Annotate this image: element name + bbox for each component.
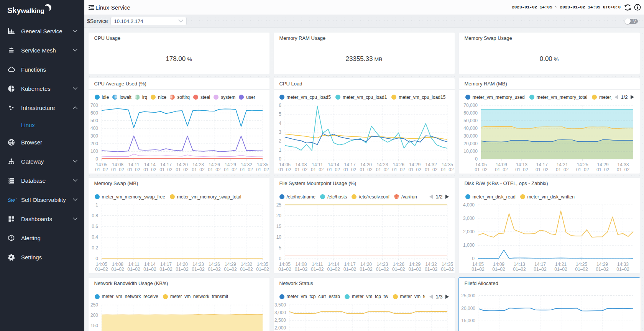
svg-text:01–02: 01–02: [176, 167, 189, 172]
svg-text:01–02: 01–02: [360, 167, 373, 172]
svg-text:14:32: 14:32: [240, 262, 252, 267]
svg-text:14:05: 14:05: [475, 162, 486, 167]
svg-text:01–02: 01–02: [278, 267, 291, 272]
svg-text:14:08: 14:08: [112, 162, 123, 167]
svg-text:14:32: 14:32: [425, 262, 437, 267]
svg-text:01–02: 01–02: [376, 267, 389, 272]
svg-text:14:13: 14:13: [516, 162, 527, 167]
svg-text:01–02: 01–02: [192, 267, 205, 272]
svg-text:01–02: 01–02: [159, 167, 172, 172]
svg-text:2: 2: [279, 138, 281, 144]
svg-text:10: 10: [276, 234, 281, 240]
svg-text:0: 0: [95, 156, 98, 162]
svg-text:01–02: 01–02: [224, 167, 237, 172]
svg-text:3,500: 3,500: [274, 302, 286, 307]
svg-text:01–02: 01–02: [408, 167, 421, 172]
svg-text:01–02: 01–02: [441, 267, 454, 272]
svg-text:14:20: 14:20: [360, 262, 371, 267]
svg-text:14:05: 14:05: [95, 262, 107, 267]
svg-text:01–02: 01–02: [343, 267, 356, 272]
svg-text:01–02: 01–02: [575, 267, 588, 272]
svg-text:20: 20: [276, 213, 281, 218]
svg-text:0.8: 0.8: [92, 213, 98, 218]
svg-text:01–02: 01–02: [159, 267, 172, 272]
svg-text:01–02: 01–02: [208, 267, 221, 272]
svg-text:01–02: 01–02: [278, 167, 291, 172]
svg-text:01–02: 01–02: [513, 267, 526, 272]
svg-text:10,000: 10,000: [463, 149, 478, 154]
svg-text:14:14: 14:14: [328, 262, 339, 267]
svg-text:3: 3: [279, 129, 281, 135]
svg-text:14:05: 14:05: [279, 162, 290, 167]
svg-text:14:32: 14:32: [240, 162, 252, 167]
svg-text:01–02: 01–02: [475, 167, 488, 172]
svg-text:01–02: 01–02: [441, 167, 454, 172]
svg-text:0: 0: [279, 256, 281, 261]
svg-text:14:17: 14:17: [534, 262, 545, 267]
svg-text:2,500: 2,500: [274, 318, 286, 323]
svg-text:500: 500: [90, 118, 98, 123]
svg-text:01–02: 01–02: [392, 267, 405, 272]
svg-text:14:11: 14:11: [312, 162, 323, 167]
svg-text:14:29: 14:29: [409, 162, 421, 167]
svg-text:0: 0: [472, 256, 475, 261]
svg-text:14:23: 14:23: [376, 262, 388, 267]
svg-text:14:13: 14:13: [513, 262, 525, 267]
svg-text:14:26: 14:26: [208, 262, 220, 267]
svg-text:01–02: 01–02: [472, 267, 485, 272]
svg-text:01–02: 01–02: [536, 167, 549, 172]
svg-text:01–02: 01–02: [143, 267, 156, 272]
svg-text:14:21: 14:21: [555, 262, 566, 267]
svg-text:200: 200: [90, 313, 98, 318]
svg-text:400: 400: [90, 126, 98, 131]
svg-text:14:35: 14:35: [441, 162, 453, 167]
svg-text:01–02: 01–02: [127, 167, 140, 172]
svg-text:01–02: 01–02: [294, 267, 307, 272]
svg-text:2,000: 2,000: [463, 229, 474, 234]
svg-text:100: 100: [90, 149, 98, 154]
svg-text:14:05: 14:05: [279, 262, 290, 267]
svg-text:14:08: 14:08: [295, 162, 307, 167]
svg-text:14:21: 14:21: [556, 162, 568, 167]
svg-text:14:20: 14:20: [176, 262, 187, 267]
svg-text:01–02: 01–02: [294, 167, 307, 172]
svg-text:14:23: 14:23: [192, 162, 204, 167]
svg-text:5: 5: [279, 245, 281, 251]
svg-text:01–02: 01–02: [176, 267, 189, 272]
svg-text:14:26: 14:26: [393, 262, 404, 267]
svg-text:0: 0: [279, 156, 281, 162]
svg-text:14:29: 14:29: [409, 262, 421, 267]
svg-text:14:17: 14:17: [344, 162, 355, 167]
svg-text:01–02: 01–02: [311, 267, 324, 272]
svg-text:14:33: 14:33: [617, 262, 628, 267]
svg-text:01–02: 01–02: [408, 267, 421, 272]
svg-text:14:08: 14:08: [295, 262, 307, 267]
svg-text:20,000: 20,000: [463, 141, 478, 146]
svg-text:4: 4: [279, 121, 281, 126]
svg-text:14:08: 14:08: [112, 262, 123, 267]
svg-text:01–02: 01–02: [495, 167, 508, 172]
svg-text:01–02: 01–02: [596, 167, 609, 172]
svg-text:3,000: 3,000: [274, 310, 286, 315]
svg-text:14:35: 14:35: [256, 162, 268, 167]
svg-text:14:11: 14:11: [312, 262, 323, 267]
svg-text:200: 200: [90, 141, 98, 146]
svg-text:01–02: 01–02: [208, 167, 221, 172]
svg-text:14:17: 14:17: [344, 262, 355, 267]
svg-text:01–02: 01–02: [327, 267, 340, 272]
svg-text:14:17: 14:17: [160, 162, 171, 167]
svg-text:01–02: 01–02: [311, 167, 324, 172]
svg-text:14:14: 14:14: [328, 162, 339, 167]
svg-text:5: 5: [279, 111, 281, 117]
svg-text:60,000: 60,000: [463, 110, 478, 116]
svg-text:01–02: 01–02: [616, 167, 629, 172]
svg-text:14:20: 14:20: [360, 162, 371, 167]
svg-text:14:14: 14:14: [144, 162, 155, 167]
svg-text:14:23: 14:23: [192, 262, 204, 267]
svg-text:14:17: 14:17: [160, 262, 171, 267]
svg-text:50,000: 50,000: [463, 118, 478, 123]
svg-text:14:09: 14:09: [495, 162, 507, 167]
svg-text:0.2: 0.2: [92, 245, 98, 251]
svg-text:14:33: 14:33: [617, 162, 629, 167]
svg-text:700: 700: [90, 103, 98, 108]
